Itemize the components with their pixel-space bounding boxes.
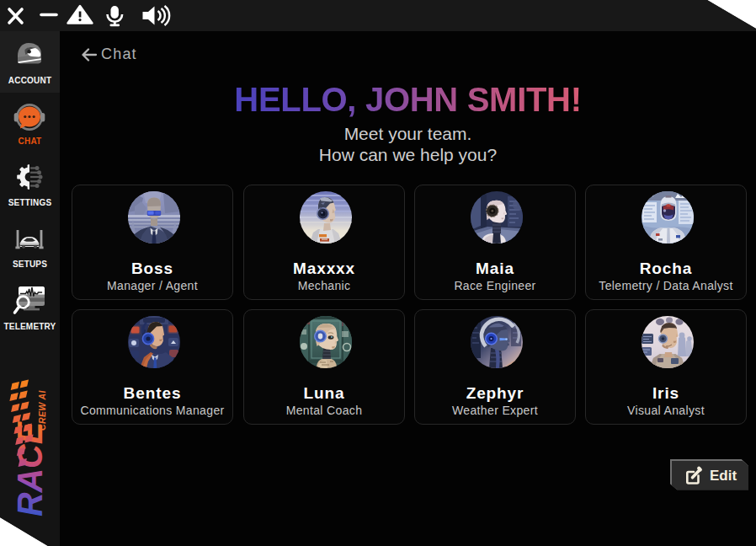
svg-text:RACE: RACE: [10, 420, 50, 517]
svg-text:Edit: Edit: [710, 468, 737, 484]
svg-text:CREW AI: CREW AI: [37, 389, 47, 431]
